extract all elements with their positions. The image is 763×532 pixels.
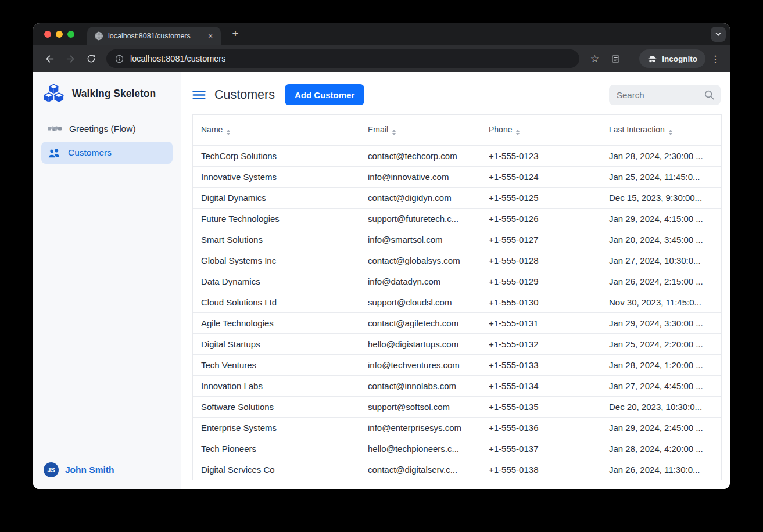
table-row[interactable]: Tech Pioneers hello@techpioneers.c... +1… (193, 438, 721, 459)
sidebar-item-customers[interactable]: Customers (41, 142, 173, 164)
zoom-window-button[interactable] (67, 31, 74, 38)
cell-last-interaction: Jan 27, 2024, 4:45:00 ... (601, 375, 721, 396)
tab-close-icon[interactable]: × (206, 31, 215, 41)
cell-phone: +1-555-0137 (481, 438, 601, 459)
app-content: Walking Skeleton Greetings (Flow) (33, 72, 730, 489)
table-row[interactable]: Global Systems Inc contact@globalsys.com… (193, 250, 721, 271)
table-row[interactable]: Innovation Labs contact@innolabs.com +1-… (193, 375, 721, 396)
cell-name: Smart Solutions (193, 229, 360, 250)
table-row[interactable]: Data Dynamics info@datadyn.com +1-555-01… (193, 271, 721, 292)
table-row[interactable]: TechCorp Solutions contact@techcorp.com … (193, 145, 721, 166)
cell-name: Digital Dynamics (193, 187, 360, 208)
cell-last-interaction: Nov 30, 2023, 11:45:0... (601, 292, 721, 312)
table-row[interactable]: Enterprise Systems info@enterprisesys.co… (193, 417, 721, 438)
cell-name: Tech Ventures (193, 354, 360, 375)
back-button[interactable] (40, 49, 59, 68)
new-tab-button[interactable]: + (229, 28, 242, 41)
star-icon: ☆ (590, 53, 599, 65)
sidebar-item-label: Customers (68, 148, 112, 158)
menu-toggle-button[interactable] (192, 89, 206, 100)
cell-last-interaction: Jan 25, 2024, 2:20:00 ... (601, 333, 721, 354)
table-row[interactable]: Innovative Systems info@innovative.com +… (193, 166, 721, 187)
reload-button[interactable] (82, 49, 101, 68)
table-row[interactable]: Cloud Solutions Ltd support@cloudsl.com … (193, 292, 721, 312)
table-row[interactable]: Future Technologies support@futuretech.c… (193, 208, 721, 229)
table-row[interactable]: Agile Technologies contact@agiletech.com… (193, 312, 721, 333)
forward-button[interactable] (61, 49, 80, 68)
cell-phone: +1-555-0127 (481, 229, 601, 250)
user-profile[interactable]: JS John Smith (41, 462, 173, 477)
cell-email: hello@techpioneers.c... (360, 438, 481, 459)
sidebar-item-greetings[interactable]: Greetings (Flow) (41, 118, 173, 140)
browser-menu-button[interactable]: ⋮ (708, 49, 723, 68)
cell-phone: +1-555-0138 (481, 459, 601, 480)
cell-name: Global Systems Inc (193, 250, 360, 271)
cell-email: contact@digitalserv.c... (360, 459, 481, 480)
cell-last-interaction: Jan 29, 2024, 4:15:00 ... (601, 208, 721, 229)
cell-name: Software Solutions (193, 396, 360, 417)
bookmark-button[interactable]: ☆ (585, 49, 604, 68)
page-header: Customers Add Customer (192, 84, 721, 105)
cell-phone: +1-555-0133 (481, 354, 601, 375)
browser-toolbar: localhost:8081/customers ☆ Incognito (33, 45, 730, 72)
table-row[interactable]: Digital Startups hello@digistartups.com … (193, 333, 721, 354)
sidebar-spacer (41, 166, 173, 462)
cell-email: info@datadyn.com (360, 271, 481, 292)
user-name: John Smith (65, 465, 114, 475)
sort-icon (227, 130, 230, 135)
table-row[interactable]: Digital Services Co contact@digitalserv.… (193, 459, 721, 480)
incognito-label: Incognito (662, 55, 697, 63)
minimize-window-button[interactable] (56, 31, 63, 38)
sidebar: Walking Skeleton Greetings (Flow) (33, 72, 181, 489)
cell-email: info@smartsol.com (360, 229, 481, 250)
browser-tab[interactable]: localhost:8081/customers × (87, 27, 221, 45)
table-row[interactable]: Smart Solutions info@smartsol.com +1-555… (193, 229, 721, 250)
cell-last-interaction: Dec 15, 2023, 9:30:00... (601, 187, 721, 208)
reading-list-button[interactable] (606, 49, 625, 68)
cell-last-interaction: Jan 28, 2024, 1:20:00 ... (601, 354, 721, 375)
tab-strip: localhost:8081/customers × + (33, 23, 730, 45)
cell-email: contact@innolabs.com (360, 375, 481, 396)
search-icon (703, 89, 715, 101)
window-controls (44, 31, 74, 38)
column-header-email[interactable]: Email (360, 115, 481, 145)
cell-last-interaction: Jan 25, 2024, 11:45:0... (601, 166, 721, 187)
page-title: Customers (214, 88, 275, 102)
customers-table: Name Email Phone Last Interaction TechCo… (192, 114, 722, 480)
favicon-globe-icon (94, 31, 103, 41)
column-header-last-interaction[interactable]: Last Interaction (601, 115, 721, 145)
avatar: JS (44, 462, 59, 477)
close-window-button[interactable] (44, 31, 51, 38)
cell-email: contact@globalsys.com (360, 250, 481, 271)
column-header-name[interactable]: Name (193, 115, 360, 145)
cell-phone: +1-555-0125 (481, 187, 601, 208)
cell-last-interaction: Jan 20, 2024, 3:45:00 ... (601, 229, 721, 250)
hamburger-icon (192, 89, 206, 100)
cell-phone: +1-555-0135 (481, 396, 601, 417)
cubes-logo-icon (42, 82, 65, 105)
tab-title: localhost:8081/customers (108, 32, 201, 40)
brand-link[interactable]: Walking Skeleton (41, 81, 173, 105)
cell-name: Data Dynamics (193, 271, 360, 292)
cell-phone: +1-555-0134 (481, 375, 601, 396)
site-info-icon[interactable] (114, 54, 124, 64)
handshake-icon (48, 124, 62, 134)
table-row[interactable]: Digital Dynamics contact@digidyn.com +1-… (193, 187, 721, 208)
table-row[interactable]: Tech Ventures info@techventures.com +1-5… (193, 354, 721, 375)
column-header-phone[interactable]: Phone (481, 115, 601, 145)
cell-name: Digital Services Co (193, 459, 360, 480)
cell-phone: +1-555-0128 (481, 250, 601, 271)
cell-last-interaction: Jan 28, 2024, 4:20:00 ... (601, 438, 721, 459)
cell-phone: +1-555-0136 (481, 417, 601, 438)
table-row[interactable]: Software Solutions support@softsol.com +… (193, 396, 721, 417)
forward-arrow-icon (65, 53, 76, 64)
reload-icon (86, 53, 96, 64)
cell-name: Enterprise Systems (193, 417, 360, 438)
url-bar[interactable]: localhost:8081/customers (106, 49, 579, 68)
brand-name: Walking Skeleton (72, 88, 156, 100)
add-customer-button[interactable]: Add Customer (285, 84, 364, 105)
cell-last-interaction: Jan 28, 2024, 2:30:00 ... (601, 145, 721, 166)
tab-search-chevron-button[interactable] (711, 27, 726, 42)
cell-name: Tech Pioneers (193, 438, 360, 459)
cell-phone: +1-555-0131 (481, 312, 601, 333)
